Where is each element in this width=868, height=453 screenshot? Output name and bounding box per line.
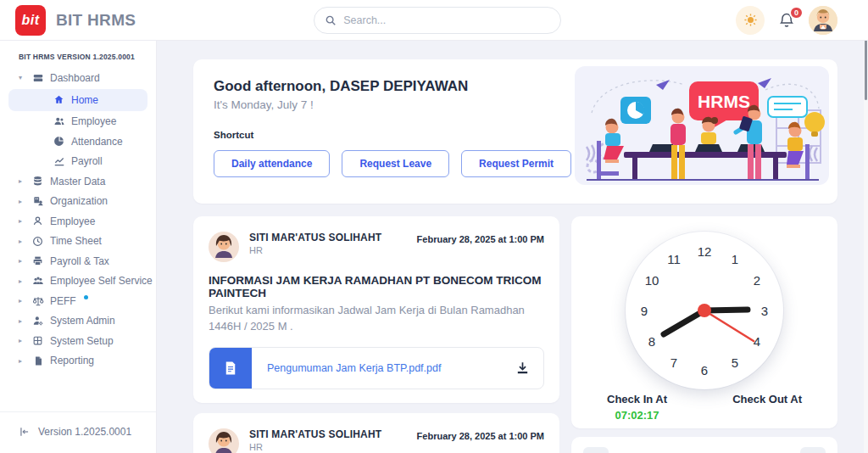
announcement-author: SITI MAR'ATUS SOLIHAHT <box>249 428 381 440</box>
footer-version-label: Version 1.2025.0001 <box>38 426 131 438</box>
sidebar-item-label: Reporting <box>50 355 94 366</box>
database-icon <box>31 176 44 187</box>
attendance-clock-card: 12 1 2 3 4 5 6 7 8 9 10 11 <box>571 216 837 428</box>
sidebar-item-label: Attendance <box>71 136 123 148</box>
chevron-right-icon: ▸ <box>19 257 25 265</box>
dashboard-icon <box>31 72 44 84</box>
admin-person-gear-icon <box>31 315 44 327</box>
calendar-next-button[interactable]: > <box>800 447 826 453</box>
page-scrollbar[interactable] <box>864 0 868 453</box>
app-title: BIT HRMS <box>56 11 136 30</box>
chevron-right-icon: ▸ <box>19 177 25 185</box>
sidebar-item-master-data[interactable]: ▸ Master Data <box>0 171 156 192</box>
daily-attendance-button[interactable]: Daily attendance <box>214 150 330 177</box>
sidebar-item-label: Employee <box>50 215 95 227</box>
attachment-row[interactable]: Pengumuman Jam Kerja BTP.pdf.pdf <box>209 347 544 389</box>
announcement-role: HR <box>249 245 381 255</box>
people-group-icon <box>31 275 44 287</box>
sun-icon <box>743 13 758 27</box>
peff-notification-dot <box>84 295 88 299</box>
chart-line-icon <box>53 155 65 167</box>
sidebar-item-peff[interactable]: ▸ PEFF <box>0 291 156 311</box>
collapse-sidebar-icon[interactable] <box>19 426 31 438</box>
sidebar-item-label: Organization <box>50 195 108 207</box>
chevron-right-icon: ▸ <box>19 297 25 305</box>
announcement-author: SITI MAR'ATUS SOLIHAHT <box>249 232 381 243</box>
notifications-button[interactable]: 0 <box>778 12 795 29</box>
sidebar-footer: Version 1.2025.0001 <box>0 411 156 453</box>
scales-icon <box>31 295 44 307</box>
sidebar-item-label: Time Sheet <box>50 235 102 247</box>
sidebar-item-label: Dashboard <box>50 72 100 84</box>
sidebar-item-organization[interactable]: ▸ Organization <box>0 192 156 212</box>
chevron-down-icon: ▾ <box>19 74 25 81</box>
chevron-right-icon: ▸ <box>19 357 25 365</box>
clock-icon <box>31 236 44 247</box>
clock-hands <box>626 232 783 389</box>
sidebar-item-label: System Admin <box>50 315 115 327</box>
sidebar-item-payroll-dash[interactable]: Payroll <box>0 152 156 172</box>
pdf-file-icon <box>209 347 252 389</box>
announcement-date: February 28, 2025 at 1:00 PM <box>417 428 544 441</box>
announcement-role: HR <box>249 442 381 452</box>
sidebar-item-payroll-tax[interactable]: ▸ Payroll & Tax <box>0 251 156 271</box>
download-icon[interactable] <box>515 361 530 375</box>
attachment-filename[interactable]: Pengumuman Jam Kerja BTP.pdf.pdf <box>267 362 441 374</box>
grid-table-icon <box>31 335 44 346</box>
sidebar-item-home[interactable]: Home <box>8 89 147 111</box>
chevron-right-icon: ▸ <box>19 277 25 285</box>
sidebar-item-system-admin[interactable]: ▸ System Admin <box>0 311 156 332</box>
announcement-title: INFORMASI JAM KERJA RAMADHAN PT BONECOM … <box>209 274 544 299</box>
hrms-illustration: HRMS <box>575 66 829 185</box>
calendar-prev-button[interactable]: < <box>583 447 609 453</box>
announcement-author-avatar <box>209 428 239 453</box>
sidebar-item-dashboard[interactable]: ▾ Dashboard <box>0 68 156 88</box>
search-icon <box>325 14 337 26</box>
topbar: bit BIT HRMS 0 <box>0 0 868 41</box>
sidebar-item-label: Payroll & Tax <box>50 255 109 267</box>
sidebar-item-employee-dash[interactable]: Employee <box>0 112 156 132</box>
sidebar: BIT HRMS VERSION 1.2025.0001 ▾ Dashboard… <box>0 41 157 453</box>
home-icon <box>53 94 65 105</box>
chevron-right-icon: ▸ <box>19 238 25 245</box>
sidebar-item-employee-self-service[interactable]: ▸ Employee Self Service <box>0 271 156 292</box>
request-leave-button[interactable]: Request Leave <box>342 150 449 177</box>
chevron-right-icon: ▸ <box>19 217 25 225</box>
sidebar-item-system-setup[interactable]: ▸ System Setup <box>0 331 156 351</box>
calendar-card: < July 2025 > <box>571 437 837 453</box>
app-logo[interactable]: bit <box>15 5 46 36</box>
announcement-date: February 28, 2025 at 1:00 PM <box>417 232 544 244</box>
sidebar-item-label: Employee <box>71 115 116 127</box>
chevron-right-icon: ▸ <box>19 337 25 344</box>
sidebar-item-label: Master Data <box>50 176 105 187</box>
chevron-right-icon: ▸ <box>19 317 25 325</box>
sidebar-item-label: Payroll <box>71 155 103 167</box>
announcement-author-avatar <box>209 232 239 262</box>
announcement-card: SITI MAR'ATUS SOLIHAHT HR February 28, 2… <box>193 413 559 453</box>
search-input[interactable] <box>343 14 550 26</box>
theme-toggle-button[interactable] <box>736 6 765 35</box>
printer-icon <box>31 255 44 266</box>
report-file-icon <box>31 355 44 366</box>
sidebar-item-label: Home <box>71 94 98 106</box>
person-icon <box>31 215 44 226</box>
sidebar-item-employee[interactable]: ▸ Employee <box>0 211 156 232</box>
sidebar-item-time-sheet[interactable]: ▸ Time Sheet <box>0 232 156 252</box>
user-avatar[interactable] <box>809 6 837 35</box>
attendance-pie-icon <box>53 136 65 147</box>
illustration-hrms-text: HRMS <box>698 92 750 111</box>
chevron-right-icon: ▸ <box>19 198 25 205</box>
analog-clock: 12 1 2 3 4 5 6 7 8 9 10 11 <box>626 232 783 389</box>
check-out-label: Check Out At <box>732 393 802 405</box>
sidebar-item-reporting[interactable]: ▸ Reporting <box>0 351 156 372</box>
main-content: Good afternoon, DASEP DEPIYAWAN It's Mon… <box>157 41 868 453</box>
request-permit-button[interactable]: Request Permit <box>461 150 571 177</box>
sidebar-version-label: BIT HRMS VERSION 1.2025.0001 <box>0 41 156 68</box>
employees-icon <box>53 115 65 127</box>
announcement-card: SITI MAR'ATUS SOLIHAHT HR February 28, 2… <box>193 216 559 403</box>
search-bar[interactable] <box>314 7 561 34</box>
sidebar-item-attendance[interactable]: Attendance <box>0 131 156 152</box>
check-in-label: Check In At <box>607 393 667 405</box>
sidebar-item-label: Employee Self Service <box>50 275 153 287</box>
organization-icon <box>31 195 44 207</box>
